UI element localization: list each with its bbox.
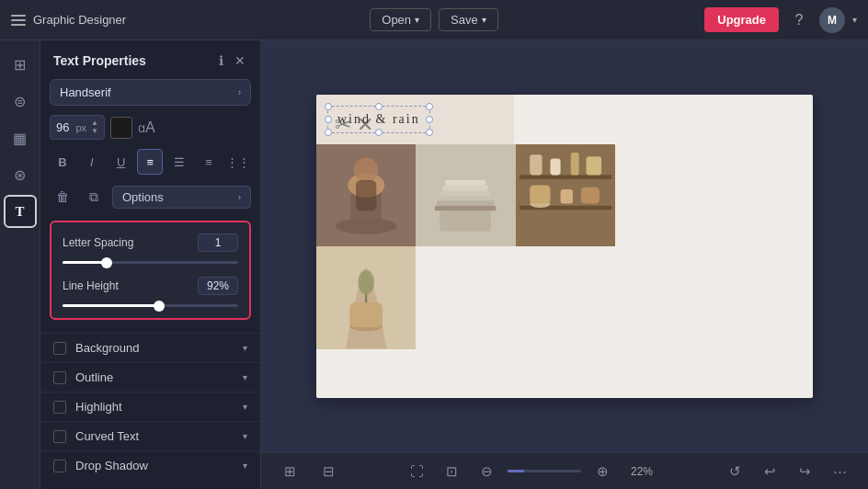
left-panel: Text Properties ℹ ✕ Handserif › 96 px ▲ … <box>40 40 261 489</box>
svg-rect-22 <box>530 186 550 204</box>
copy-button[interactable]: ⧉ <box>81 184 107 210</box>
font-controls: 96 px ▲ ▼ ꭤA <box>50 115 251 140</box>
outline-checkbox[interactable] <box>53 371 66 384</box>
svg-rect-8 <box>437 200 494 206</box>
redo-button[interactable]: ↪ <box>791 458 818 485</box>
bold-button[interactable]: B <box>50 149 75 175</box>
outline-chevron-icon: ▾ <box>243 372 247 382</box>
curved-text-checkbox[interactable] <box>53 430 66 443</box>
svg-rect-11 <box>443 186 488 191</box>
sidebar-item-grid[interactable]: ▦ <box>4 121 37 154</box>
drop-shadow-checkbox[interactable] <box>53 460 66 472</box>
options-row: 🗑 ⧉ Options › <box>50 184 251 210</box>
grid-bottom-button[interactable]: ⊟ <box>314 458 342 485</box>
handle-mr[interactable] <box>426 116 433 123</box>
options-chevron-icon: › <box>238 192 241 202</box>
drop-shadow-row[interactable]: Drop Shadow ▾ <box>40 450 260 480</box>
svg-rect-29 <box>349 303 383 328</box>
highlight-checkbox[interactable] <box>53 401 66 414</box>
sidebar-item-adjust[interactable]: ⊜ <box>4 85 37 118</box>
handle-tm[interactable] <box>375 103 383 110</box>
help-button[interactable]: ? <box>786 7 812 33</box>
save-button[interactable]: Save ▾ <box>439 8 498 31</box>
menu-icon[interactable] <box>11 15 26 26</box>
font-size-arrows[interactable]: ▲ ▼ <box>91 119 98 135</box>
size-up-icon[interactable]: ▲ <box>91 119 98 127</box>
layers-bottom-button[interactable]: ⊞ <box>276 458 303 485</box>
handle-br[interactable] <box>426 129 433 136</box>
underline-button[interactable]: U <box>108 149 134 175</box>
align-justify-button[interactable]: ⋮⋮ <box>225 149 251 175</box>
letter-spacing-value[interactable]: 1 <box>198 233 238 252</box>
photos-grid <box>316 144 615 349</box>
letter-spacing-slider[interactable] <box>63 261 238 264</box>
highlight-row[interactable]: Highlight ▾ <box>40 392 260 421</box>
svg-rect-13 <box>440 210 492 231</box>
svg-point-4 <box>354 157 379 182</box>
line-height-row: Line Height 92% <box>63 277 238 295</box>
line-height-slider[interactable] <box>63 304 238 307</box>
undo-button[interactable]: ↩ <box>756 458 783 485</box>
open-button[interactable]: Open ▾ <box>370 8 431 31</box>
photo-potter <box>316 144 416 246</box>
handle-tl[interactable] <box>325 103 332 110</box>
avatar[interactable]: M <box>819 7 845 33</box>
line-height-label: Line Height <box>63 279 119 292</box>
align-left-button[interactable]: ≡ <box>137 149 163 175</box>
handle-bm[interactable] <box>375 129 383 136</box>
outline-row[interactable]: Outline ▾ <box>40 362 260 392</box>
sidebar-item-people[interactable]: ⊛ <box>4 158 37 191</box>
delete-button[interactable]: 🗑 <box>50 184 75 210</box>
save-chevron-icon: ▾ <box>482 15 486 25</box>
background-label: Background <box>75 341 243 355</box>
refresh-button[interactable]: ↺ <box>721 458 748 485</box>
font-size-field[interactable]: 96 px ▲ ▼ <box>50 115 105 140</box>
align-center-button[interactable]: ☰ <box>166 149 192 175</box>
design-canvas: ✂ ✕ wind & rain <box>316 95 813 398</box>
panel-close-icon[interactable]: ✕ <box>233 51 247 70</box>
canvas-left-section: ✂ ✕ wind & rain <box>316 95 514 144</box>
color-swatch[interactable] <box>110 117 132 139</box>
options-label: Options <box>122 190 164 204</box>
curved-text-label: Curved Text <box>75 429 243 443</box>
upgrade-button[interactable]: Upgrade <box>704 7 779 32</box>
drop-shadow-label: Drop Shadow <box>75 459 243 472</box>
topbar: Graphic Designer Open ▾ Save ▾ Upgrade ?… <box>0 0 868 40</box>
align-right-button[interactable]: ≡ <box>196 149 222 175</box>
format-buttons: B I U ≡ ☰ ≡ ⋮⋮ <box>50 149 251 175</box>
background-chevron-icon: ▾ <box>243 343 247 353</box>
text-element[interactable]: wind & rain <box>327 106 430 133</box>
canvas-content: ✂ ✕ wind & rain <box>261 40 868 452</box>
avatar-chevron-icon[interactable]: ▾ <box>852 15 857 25</box>
font-name: Handserif <box>60 85 111 99</box>
panel-info-icon[interactable]: ℹ <box>217 51 225 70</box>
italic-button[interactable]: I <box>79 149 105 175</box>
icon-bar: ⊞ ⊜ ▦ ⊛ T <box>0 40 40 489</box>
text-transform-button[interactable]: ꭤA <box>138 119 155 136</box>
zoom-out-button[interactable]: ⊖ <box>473 458 500 485</box>
bottom-bar: ⊞ ⊟ ⛶ ⊡ ⊖ ⊕ 22% ↺ ↩ ↪ ⋯ <box>261 452 868 489</box>
handle-bl[interactable] <box>325 129 332 136</box>
zoom-slider[interactable] <box>508 470 581 472</box>
background-checkbox[interactable] <box>53 342 66 355</box>
handle-tr[interactable] <box>426 103 433 110</box>
sidebar-item-layers[interactable]: ⊞ <box>4 48 37 81</box>
options-button[interactable]: Options › <box>112 186 251 209</box>
handle-ml[interactable] <box>325 116 332 123</box>
background-row[interactable]: Background ▾ <box>40 333 260 362</box>
sidebar-item-text[interactable]: T <box>4 195 37 228</box>
crop-button[interactable]: ⊡ <box>438 458 465 485</box>
size-down-icon[interactable]: ▼ <box>91 128 98 135</box>
svg-rect-9 <box>440 196 493 201</box>
text-element-container[interactable]: wind & rain <box>327 106 430 133</box>
zoom-in-button[interactable]: ⊕ <box>588 458 616 485</box>
fit-button[interactable]: ⛶ <box>403 458 430 485</box>
line-height-value[interactable]: 92% <box>198 277 238 295</box>
svg-rect-24 <box>581 188 600 204</box>
more-options-button[interactable]: ⋯ <box>826 458 853 485</box>
font-selector[interactable]: Handserif › <box>50 79 251 106</box>
svg-rect-23 <box>560 189 572 204</box>
curved-text-row[interactable]: Curved Text ▾ <box>40 421 260 450</box>
svg-point-26 <box>358 270 374 295</box>
canvas-area[interactable]: ✂ ✕ wind & rain <box>261 40 868 489</box>
